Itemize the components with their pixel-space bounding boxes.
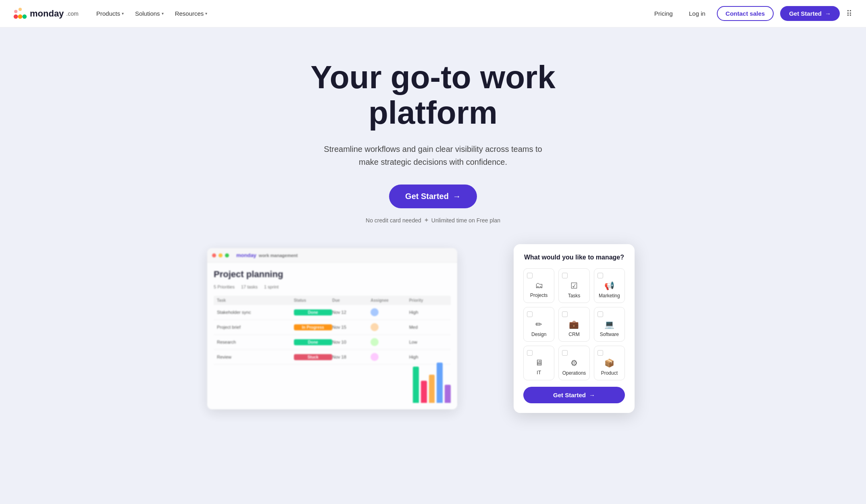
products-chevron-icon: ▾ — [122, 11, 124, 16]
logo-suffix: .com — [66, 10, 78, 17]
manage-item-software[interactable]: 💻 Software — [594, 307, 625, 342]
operations-icon: ⚙ — [570, 358, 578, 368]
apps-grid-icon[interactable]: ⠿ — [846, 9, 853, 19]
design-checkbox[interactable] — [527, 311, 533, 317]
nav-links: Products ▾ Solutions ▾ Resources ▾ — [92, 8, 212, 19]
pricing-link[interactable]: Pricing — [650, 8, 678, 19]
navbar: monday.com Products ▾ Solutions ▾ Resour… — [0, 0, 866, 27]
window-maximize-dot — [225, 253, 229, 257]
resources-chevron-icon: ▾ — [205, 11, 207, 16]
hero-title: Your go-to work platform — [252, 60, 614, 131]
svg-point-2 — [22, 14, 27, 19]
nav-left: monday.com Products ▾ Solutions ▾ Resour… — [13, 6, 212, 21]
software-icon: 💻 — [604, 319, 614, 329]
hero-get-started-button[interactable]: Get Started → — [389, 185, 477, 208]
tasks-checkbox[interactable] — [562, 273, 568, 278]
it-icon: 🖥 — [535, 358, 543, 367]
manage-widget: What would you like to manage? 🗂 Project… — [514, 244, 635, 413]
product-icon: 📦 — [604, 358, 614, 368]
product-checkbox[interactable] — [597, 350, 603, 356]
operations-checkbox[interactable] — [562, 350, 568, 356]
hero-arrow-icon: → — [453, 192, 461, 201]
stat-tasks: 17 tasks — [241, 284, 258, 289]
dashboard-subtitle: work management — [259, 253, 298, 258]
table-row: Stakeholder sync Done Nov 12 High — [214, 305, 451, 320]
projects-icon: 🗂 — [535, 281, 543, 290]
solutions-chevron-icon: ▾ — [162, 11, 164, 16]
chart-bar — [421, 381, 427, 403]
nav-products[interactable]: Products ▾ — [92, 8, 129, 19]
hero-subtitle: Streamline workflows and gain clear visi… — [320, 143, 546, 168]
nav-right: Pricing Log in Contact sales Get Started… — [650, 6, 853, 21]
svg-point-3 — [14, 10, 17, 13]
window-minimize-dot — [219, 253, 223, 257]
manage-item-operations[interactable]: ⚙ Operations — [558, 346, 589, 380]
dashboard-logo-bar: monday work management — [236, 252, 298, 258]
dashboard-brand: monday — [236, 252, 256, 258]
manage-item-crm[interactable]: 💼 CRM — [558, 307, 589, 342]
chart-bar — [445, 385, 451, 403]
svg-point-1 — [18, 14, 23, 19]
manage-grid: 🗂 Projects ☑ Tasks 📢 Marketing ✏ — [523, 268, 625, 380]
nav-resources[interactable]: Resources ▾ — [170, 8, 212, 19]
hero-section: Your go-to work platform Streamline work… — [0, 0, 866, 504]
marketing-checkbox[interactable] — [597, 273, 603, 278]
manage-arrow-icon: → — [589, 392, 595, 398]
avatar — [371, 353, 379, 361]
crm-icon: 💼 — [569, 319, 579, 329]
nav-solutions[interactable]: Solutions ▾ — [130, 8, 169, 19]
logo-text: monday — [30, 8, 64, 19]
dashboard-stats: 5 Priorities 17 tasks 1 sprint — [214, 284, 451, 289]
table-header: Task Status Due Assignee Priority — [214, 296, 451, 305]
chart-bar — [429, 375, 435, 403]
manage-get-started-button[interactable]: Get Started → — [523, 387, 625, 403]
manage-item-it[interactable]: 🖥 IT — [523, 346, 554, 380]
manage-item-tasks[interactable]: ☑ Tasks — [558, 268, 589, 303]
avatar — [371, 323, 379, 331]
notice-divider: ✦ — [424, 216, 429, 224]
it-checkbox[interactable] — [527, 350, 533, 356]
avatar — [371, 308, 379, 316]
window-close-dot — [212, 253, 216, 257]
crm-checkbox[interactable] — [562, 311, 568, 317]
hero-bottom: monday work management Project planning … — [191, 240, 675, 409]
stat-priorities: 5 Priorities — [214, 284, 235, 289]
hero-content: Your go-to work platform Streamline work… — [244, 27, 622, 240]
table-row: Project brief In Progress Nov 15 Med — [214, 320, 451, 335]
manage-item-product[interactable]: 📦 Product — [594, 346, 625, 380]
login-link[interactable]: Log in — [684, 8, 710, 19]
design-icon: ✏ — [535, 319, 542, 329]
stat-sprint: 1 sprint — [264, 284, 279, 289]
hero-notice: No credit card needed ✦ Unlimited time o… — [252, 216, 614, 224]
projects-checkbox[interactable] — [527, 273, 533, 278]
marketing-icon: 📢 — [604, 281, 614, 290]
dashboard-topbar: monday work management — [207, 248, 457, 263]
get-started-nav-button[interactable]: Get Started → — [780, 6, 840, 21]
arrow-right-icon: → — [825, 10, 831, 17]
manage-item-projects[interactable]: 🗂 Projects — [523, 268, 554, 303]
dashboard-project-title: Project planning — [214, 269, 451, 280]
svg-point-4 — [19, 8, 22, 11]
manage-widget-title: What would you like to manage? — [523, 254, 625, 261]
svg-point-0 — [14, 14, 18, 19]
manage-item-design[interactable]: ✏ Design — [523, 307, 554, 342]
software-checkbox[interactable] — [597, 311, 603, 317]
chart-bar — [413, 367, 419, 403]
manage-item-marketing[interactable]: 📢 Marketing — [594, 268, 625, 303]
tasks-icon: ☑ — [570, 281, 578, 290]
chart-bar — [437, 363, 443, 403]
dashboard-preview: monday work management Project planning … — [207, 248, 457, 409]
logo[interactable]: monday.com — [13, 6, 79, 21]
contact-sales-button[interactable]: Contact sales — [717, 6, 774, 21]
avatar — [371, 338, 379, 346]
dashboard-chart — [410, 346, 454, 406]
